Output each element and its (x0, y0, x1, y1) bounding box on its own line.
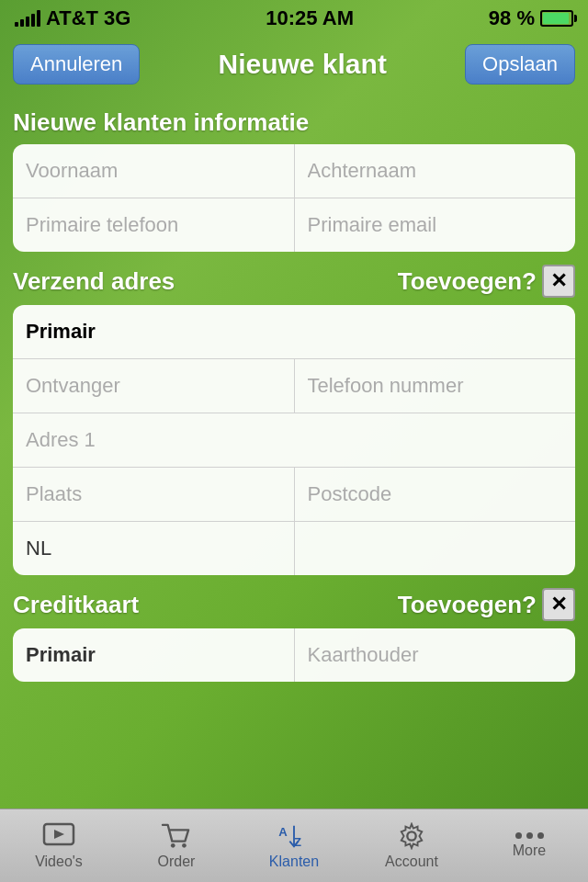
country-row: NL (13, 522, 575, 575)
credit-card-title: Creditkaart (13, 591, 139, 619)
postcode-input[interactable] (295, 468, 576, 521)
customer-info-header: Nieuwe klanten informatie (13, 108, 575, 137)
shipping-action: Toevoegen? ✕ (398, 265, 575, 298)
tab-more[interactable]: More (470, 809, 588, 882)
battery-info: 98 % (489, 6, 573, 30)
page-title: Nieuwe klant (218, 49, 386, 80)
shipping-address-title: Verzend adres (13, 267, 175, 296)
phone-input[interactable] (13, 198, 294, 252)
country-code: NL (13, 522, 294, 575)
cardholder-input[interactable] (295, 628, 576, 682)
signal-bar-3 (26, 17, 29, 27)
tab-account-label: Account (385, 854, 438, 870)
battery-fill (543, 13, 570, 24)
city-input[interactable] (13, 468, 294, 521)
status-time: 10:25 AM (266, 6, 354, 30)
dot-2 (526, 832, 533, 839)
az-sort-icon: A Z (277, 822, 311, 850)
name-row (13, 144, 575, 198)
svg-marker-1 (54, 830, 64, 839)
card-primary-label: Primair (13, 628, 294, 682)
shipping-primary-label: Primair (13, 305, 108, 358)
battery-icon (540, 10, 573, 27)
tab-videos[interactable]: Video's (0, 809, 118, 882)
more-icon (515, 832, 544, 839)
tab-account[interactable]: Account (353, 809, 470, 882)
creditcard-close-button[interactable]: ✕ (542, 588, 575, 621)
play-icon (42, 822, 75, 850)
signal-bar-2 (20, 19, 24, 27)
shipping-address-card: Primair NL (13, 305, 575, 575)
save-button[interactable]: Opslaan (465, 44, 575, 85)
tab-bar: Video's Order A Z Klanten Account (0, 808, 588, 882)
recipient-input[interactable] (13, 359, 294, 413)
battery-percent: 98 % (489, 6, 535, 30)
dot-3 (537, 832, 544, 839)
credit-card-card: Primair (13, 628, 575, 682)
tab-more-label: More (513, 842, 546, 859)
network-type: 3G (104, 6, 130, 30)
tab-klanten-label: Klanten (269, 854, 319, 870)
address1-input[interactable] (13, 413, 575, 467)
signal-bar-4 (31, 14, 35, 27)
email-input[interactable] (295, 198, 576, 252)
svg-text:A: A (278, 825, 288, 839)
credit-card-action: Toevoegen? ✕ (398, 588, 575, 621)
country-spacer (295, 522, 575, 575)
signal-bar-1 (15, 22, 18, 27)
carrier-name: AT&T (46, 6, 98, 30)
main-content: Nieuwe klanten informatie Verzend adres … (0, 92, 588, 808)
card-primary-row: Primair (13, 628, 575, 682)
cancel-button[interactable]: Annuleren (13, 44, 140, 85)
customer-info-card (13, 144, 575, 252)
signal-bar-5 (37, 10, 40, 27)
address-row (13, 413, 575, 468)
tab-order[interactable]: Order (118, 809, 235, 882)
first-name-input[interactable] (13, 144, 294, 198)
tab-videos-label: Video's (35, 854, 83, 870)
status-bar: AT&T 3G 10:25 AM 98 % (0, 0, 588, 37)
svg-point-7 (407, 831, 415, 840)
shipping-toevoegen-label: Toevoegen? (398, 267, 537, 296)
shipping-recipient-row (13, 359, 575, 413)
carrier-info: AT&T 3G (15, 6, 130, 30)
customer-info-title: Nieuwe klanten informatie (13, 108, 309, 137)
shipping-phone-input[interactable] (295, 359, 576, 413)
last-name-input[interactable] (295, 144, 576, 198)
dot-1 (515, 832, 522, 839)
signal-bars (15, 10, 40, 27)
creditcard-toevoegen-label: Toevoegen? (398, 591, 537, 619)
shipping-primary-row: Primair (13, 305, 575, 359)
shipping-close-button[interactable]: ✕ (542, 265, 575, 298)
header: Annuleren Nieuwe klant Opslaan (0, 37, 588, 92)
gear-icon (395, 822, 428, 850)
credit-card-header: Creditkaart Toevoegen? ✕ (13, 588, 575, 621)
svg-point-2 (171, 842, 175, 847)
shipping-address-header: Verzend adres Toevoegen? ✕ (13, 265, 575, 298)
tab-order-label: Order (158, 854, 196, 870)
city-row (13, 468, 575, 522)
cart-icon (160, 822, 193, 850)
svg-point-3 (182, 842, 187, 847)
tab-klanten[interactable]: A Z Klanten (235, 809, 353, 882)
contact-row (13, 198, 575, 252)
